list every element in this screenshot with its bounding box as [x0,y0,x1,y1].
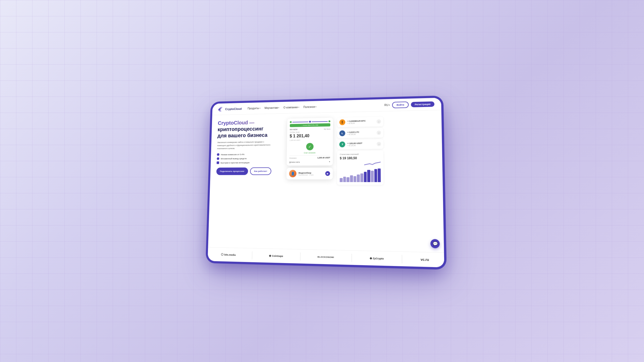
login-button[interactable]: Войти [392,101,408,108]
chart-bar [360,173,363,182]
logo[interactable]: CryptoCloud [218,106,242,112]
feature-item-withdrawal: Мгновенный вывод средств [217,157,283,160]
partner-zycrypto: ◆ ZyCrypto [370,256,384,260]
stats-label: Статистика платежей [340,153,380,155]
feature-bullet [217,157,219,160]
invoice-card: ✓ Invoice 000₽ TOTAL 000₽ INV-NEW My Sto… [287,118,333,166]
crypto-item-usdt: ₮ + 120,00 USDT + $ 120,00 ↓ [337,139,383,149]
zycrypto-icon: ◆ [370,256,372,260]
video-avatar: 👤 [289,170,297,178]
register-button[interactable]: Регистрация [411,101,434,107]
chart-bar [350,175,353,182]
lang-chevron: ▾ [389,104,390,106]
nav-item-company[interactable]: О компании ▾ [283,106,299,109]
crypto-item-btc: ₿ + 0,00080125 BTC + $ 28,00 ↓ [337,117,383,127]
chevron-down-icon: ▾ [329,161,330,163]
usdt-icon: ₮ [339,142,345,147]
invoice-meta: INV-NEW My Store [290,128,330,130]
invoice-amount: $ 1 201,40 [290,133,330,139]
ltc-usd: + $ 100,00 [347,133,375,135]
stats-chart-card: Статистика платежей $ 19 180,50 [337,150,383,185]
feature-bullet [217,161,219,164]
divider [352,254,352,262]
video-title: Видеообзор [298,172,323,174]
chart-bar [343,177,346,182]
chart-bar [353,176,356,182]
step-2 [309,121,311,123]
mini-chart-line [340,161,380,167]
hero-title-line3: для вашего бизнеса [217,132,268,139]
nav-item-merchants[interactable]: Мерчантам ▾ [265,106,280,109]
chart-bar [340,178,343,182]
chevron-icon: ▾ [278,107,279,109]
lang-selector[interactable]: RU ▾ [384,104,390,106]
step-line-1 [292,121,308,122]
amount-label: TOTAL DUE [290,131,330,133]
chart-bar [347,177,350,182]
ltc-action[interactable]: ↓ [377,131,381,135]
chart-bar [364,172,367,182]
usdt-usd: + $ 120,00 [347,144,374,146]
chart-bar [374,169,377,182]
chart-bar [357,175,360,182]
invoice-id: INV-NEW [290,128,298,130]
invoice-amount-usdt: 1,205.40 USDT [290,139,330,141]
partner-bits-media: ⬡ bits.media [221,253,236,257]
hero-section: CryptoCloud — криптопроцессинг для вашег… [214,119,283,246]
svg-rect-2 [220,107,222,108]
partner-vcru: vc.ru [421,258,429,261]
ltc-icon: Ł [339,130,345,136]
coingape-icon: ◈ [269,254,271,257]
usdt-info: + 120,00 USDT + $ 120,00 [347,142,374,146]
dashboard-widget: ✓ Invoice 000₽ TOTAL 000₽ INV-NEW My Sto… [286,118,333,247]
partner-blockonomi: BLOCKONOMI [317,256,334,258]
how-it-works-button[interactable]: Как работает [250,167,271,175]
hero-subtitle: Увеличьте конверсию сайта и повысьте про… [217,140,273,150]
main-content: CryptoCloud — криптопроцессинг для вашег… [208,110,444,253]
video-info: Видеообзор Как работает · 2 мин [298,172,323,176]
partner-coingape: ◈ CoinGape [269,254,283,258]
divider [402,255,402,263]
chevron-icon: ▾ [259,107,261,109]
features-list: Низкая комиссия от 0.4% Мгновенный вывод… [217,153,283,164]
footer-amount: 1,205.40 USDT [317,157,330,158]
divider [252,251,253,259]
details-button[interactable]: Детали счета ▾ [289,160,330,163]
logo-text: CryptoCloud [225,107,242,110]
usdt-action[interactable]: ↓ [377,142,381,146]
tablet-frame: CryptoCloud Продукты ▾ Мерчантам ▾ О ком… [208,98,444,267]
paid-status: Счет оплачен [289,152,330,154]
divider [300,252,300,261]
svg-rect-0 [218,109,221,110]
chat-button[interactable]: 💬 [430,239,440,248]
btc-usd: + $ 28,00 [347,122,375,124]
checkmark-area: ✓ [290,143,330,150]
step-line-2 [312,121,328,122]
svg-rect-4 [219,110,221,112]
nav-links: Продукты ▾ Мерчантам ▾ О компании ▾ Поле… [248,104,385,110]
hero-title: CryptoCloud — криптопроцессинг для вашег… [217,119,283,139]
connect-button[interactable]: Подключить процессинг [216,168,248,175]
stats-panel: ₿ + 0,00080125 BTC + $ 28,00 ↓ Ł + 0,015… [337,117,384,248]
btc-action[interactable]: ↓ [376,119,381,124]
ltc-info: + 0,015 LTC + $ 100,00 [347,131,375,135]
feature-item-commission: Низкая комиссия от 0.4% [217,153,283,156]
nav-item-useful[interactable]: Полезное ▾ [303,105,317,109]
svg-rect-3 [218,110,220,111]
step-1 [290,121,292,123]
green-status-bar: ✓ Invoice 000₽ TOTAL 000₽ [290,123,330,127]
stats-amount: $ 19 180,50 [340,156,380,160]
btc-icon: ₿ [339,119,345,125]
invoice-footer: Оплачено 1,205.40 USDT [289,155,330,159]
chevron-icon: ▾ [298,106,299,108]
video-card[interactable]: 👤 Видеообзор Как работает · 2 мин ▶ [286,168,333,179]
video-subtitle: Как работает · 2 мин [298,174,323,176]
bits-media-icon: ⬡ [221,253,224,256]
chevron-icon: ▾ [316,106,317,108]
nav-right: RU ▾ Войти Регистрация [384,101,434,108]
nav-item-products[interactable]: Продукты ▾ [248,107,261,110]
play-button[interactable]: ▶ [325,171,330,176]
footer-label: Оплачено [289,157,297,159]
hero-title-line2: криптопроцессинг [218,126,264,132]
step-3 [328,120,330,122]
